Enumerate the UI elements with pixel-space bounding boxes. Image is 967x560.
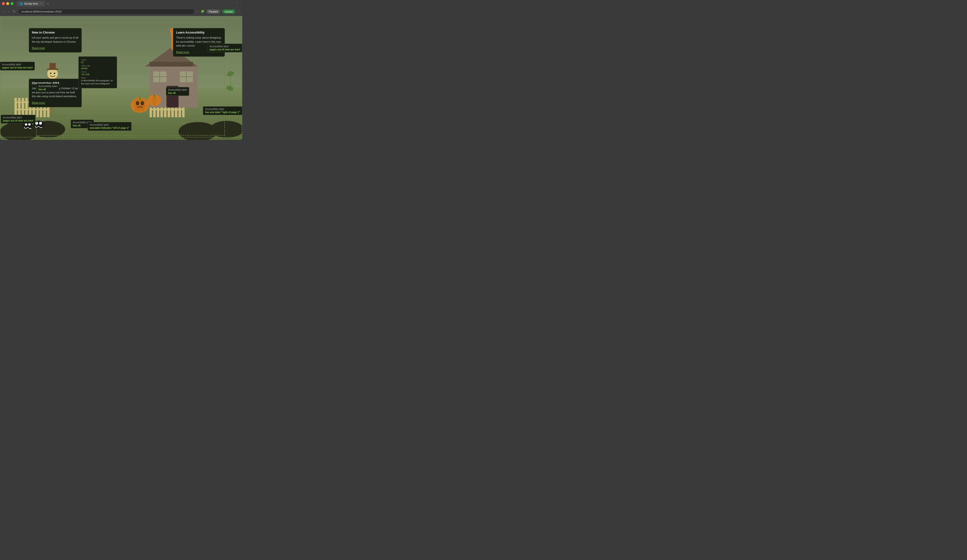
window-controls: ⌃ <box>236 2 240 5</box>
close-button[interactable] <box>2 2 5 5</box>
reload-button[interactable]: ↻ <box>12 9 17 14</box>
address-bar: ‹ › ↻ localhost:3000/chrometober-2022/ ☆… <box>0 7 242 16</box>
acc-label-value-6: aria-label indicates "left of page 1" <box>90 127 129 129</box>
aria-accname-label: Acce... <box>81 59 114 61</box>
svg-point-65 <box>35 122 38 125</box>
acc-label-value-3: has alt <box>168 92 187 94</box>
acc-label-title-2: Accessibility label <box>38 85 57 87</box>
aria-accname-value: k2 <box>81 61 114 64</box>
aria-note-text: is describedBy the paragraph, so the rea… <box>81 79 114 85</box>
acc-label-right-of-page: Accessibility label has aria label "righ… <box>203 106 242 115</box>
svg-rect-48 <box>50 63 56 69</box>
acc-label-value-4: pages out of view are inert <box>210 48 240 51</box>
acc-label-title-7: Accessibility label <box>205 108 240 110</box>
learn-accessibility-read-more[interactable]: Read more <box>176 51 189 54</box>
acc-label-scarecrow: Accessibility label has alt <box>36 84 59 92</box>
svg-point-5 <box>210 121 242 138</box>
svg-point-66 <box>39 122 42 125</box>
content-area: New in Chrome Lift your spirits and get … <box>0 16 242 140</box>
acc-label-left-of-page: Accessibility label aria-label indicates… <box>87 122 132 131</box>
aria-role-label: ARIA role <box>81 65 114 67</box>
acc-label-title-1: Accessibility label <box>2 63 33 66</box>
svg-rect-9 <box>25 98 28 117</box>
svg-rect-29 <box>150 109 185 110</box>
acc-label-bottom-inert: Accessibility label pages out of view ar… <box>1 115 35 124</box>
url-field[interactable]: localhost:3000/chrometober-2022/ <box>18 9 194 14</box>
svg-point-55 <box>136 101 139 105</box>
aria-accname2-value: <a> link <box>81 73 114 76</box>
new-in-chrome-card: New in Chrome Lift your spirits and get … <box>29 28 82 53</box>
paused-button[interactable]: Paused <box>206 10 220 14</box>
svg-rect-60 <box>154 94 155 97</box>
tab-bar: 🌐 Scrolly time. ✕ + <box>17 1 234 7</box>
learn-accessibility-title: Learn Accessibility <box>176 31 222 34</box>
svg-rect-57 <box>139 97 141 100</box>
extension-icon[interactable]: 🧩 <box>201 10 205 13</box>
new-tab-button[interactable]: + <box>46 2 50 6</box>
svg-point-59 <box>152 96 156 105</box>
svg-rect-17 <box>15 109 50 110</box>
svg-point-56 <box>141 101 144 105</box>
maximize-button[interactable] <box>11 2 13 5</box>
acc-label-title-3: Accessibility label <box>168 89 187 91</box>
tab-close-icon[interactable]: ✕ <box>40 2 42 5</box>
acc-label-title-bl: Accessibility label <box>3 116 33 119</box>
menu-icon[interactable]: ⋮ <box>238 10 240 13</box>
acc-label-pumpkin: Accessibility label has alt <box>166 87 189 96</box>
acc-label-value-2: has alt <box>38 88 57 91</box>
forward-button[interactable]: › <box>7 9 10 14</box>
acc-label-value-7: has aria label "right of page 1" <box>205 111 240 114</box>
svg-rect-6 <box>15 98 17 117</box>
new-in-chrome-read-more[interactable]: Read more <box>32 46 45 49</box>
update-button[interactable]: Update <box>222 10 236 14</box>
acc-label-title-6: Accessibility label <box>90 124 129 126</box>
active-tab[interactable]: 🌐 Scrolly time. ✕ <box>17 1 45 7</box>
browser-actions: ☆ 🧩 Paused Update ⋮ <box>196 10 240 14</box>
svg-point-62 <box>25 123 27 126</box>
acc-label-pages-inert-left: Accessibility label pages out of view ar… <box>0 62 35 71</box>
acc-label-value-bl: pages out of view are inert <box>3 119 33 122</box>
acc-label-value-1: pages out of view are inert <box>2 66 33 69</box>
chrometober-ama-card: Chrometober AMA Join us live on Thursday… <box>29 79 82 107</box>
svg-point-50 <box>54 72 55 74</box>
browser-window: 🌐 Scrolly time. ✕ + ⌃ ‹ › ↻ localhost:30… <box>0 0 242 140</box>
back-button[interactable]: ‹ <box>2 9 5 14</box>
aria-role-value: article <box>81 67 114 70</box>
new-in-chrome-body: Lift your spirits and get a round up of … <box>32 36 79 44</box>
svg-rect-7 <box>18 98 20 117</box>
aria-popup: Acce... k2 ARIA role article Acce... <a>… <box>78 56 117 88</box>
aria-row-accname2: Acce... <a> link <box>81 71 114 76</box>
new-in-chrome-title: New in Chrome <box>32 31 79 34</box>
chrometober-ama-read-more[interactable]: Read more <box>32 101 45 104</box>
acc-label-pages-inert-right: Accessibility label pages out of view ar… <box>208 44 242 52</box>
url-text: localhost:3000/chrometober-2022/ <box>21 10 62 13</box>
aria-accname2-label: Acce... <box>81 71 114 73</box>
aria-note-label: Note <box>81 77 114 79</box>
aria-row-note: Note is describedBy the paragraph, so th… <box>81 77 114 85</box>
svg-point-63 <box>28 123 31 126</box>
svg-point-46 <box>47 69 58 79</box>
tab-title: Scrolly time. <box>24 2 39 5</box>
title-bar: 🌐 Scrolly time. ✕ + ⌃ <box>0 0 242 7</box>
aria-row-accname: Acce... k2 <box>81 59 114 64</box>
aria-row-role: ARIA role article <box>81 65 114 70</box>
svg-rect-32 <box>150 62 193 67</box>
svg-rect-8 <box>22 98 24 117</box>
acc-label-title-4: Accessibility label <box>210 45 240 48</box>
minimize-button[interactable] <box>6 2 9 5</box>
svg-point-49 <box>50 72 51 74</box>
bookmark-icon[interactable]: ☆ <box>196 10 199 13</box>
